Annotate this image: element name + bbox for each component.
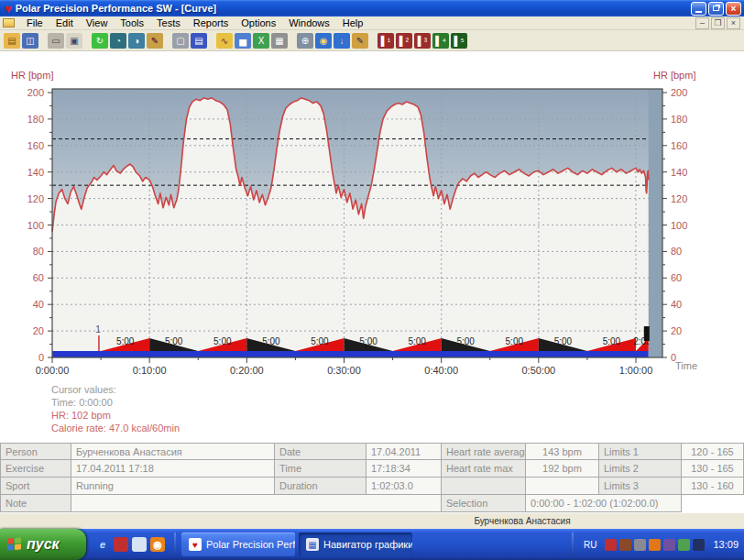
system-tray: RU 13:09 <box>570 529 744 560</box>
x-axis-label: 0:40:00 <box>424 365 458 376</box>
monitor-icon[interactable]: ▢ <box>172 33 189 49</box>
report-1-icon[interactable]: ▌¹ <box>377 33 394 49</box>
y-axis-label-left: 60 <box>33 272 44 283</box>
watch-transfer-icon[interactable]: ◑ <box>128 33 145 49</box>
edit-pen-icon[interactable]: ✎ <box>147 33 163 49</box>
selection-stats-icon[interactable]: ↓ <box>334 33 350 49</box>
phase-duration-label: 5:00 <box>165 336 183 346</box>
toolbar-separator <box>370 33 376 49</box>
mdi-close-button[interactable]: × <box>727 17 740 29</box>
y-axis-label-left: 140 <box>27 167 44 178</box>
cursor-values-title: Cursor values: <box>51 383 180 396</box>
x-axis-label: 0:00:00 <box>36 365 70 376</box>
y-axis-title-left: HR [bpm] <box>11 70 53 81</box>
y-axis-label-right: 140 <box>671 167 687 178</box>
menu-tools[interactable]: Tools <box>114 16 150 29</box>
internet-explorer-icon[interactable]: e <box>95 537 110 552</box>
tray-volume-icon[interactable] <box>678 539 690 551</box>
menu-edit[interactable]: Edit <box>49 16 80 29</box>
table-value <box>526 478 599 495</box>
print-icon[interactable]: ▭ <box>48 33 64 49</box>
diary-book-icon[interactable]: ▤ <box>191 33 207 49</box>
tray-messenger-icon[interactable] <box>605 539 617 551</box>
report-2-icon[interactable]: ▌² <box>396 33 412 49</box>
windows-flag-icon <box>7 537 22 551</box>
save-icon[interactable]: ◫ <box>22 33 38 49</box>
menu-reports[interactable]: Reports <box>187 16 235 29</box>
mdi-minimize-button[interactable]: – <box>695 17 709 29</box>
status-bar: Бурченкова Анастасия <box>0 512 744 529</box>
language-indicator[interactable]: RU <box>578 540 602 550</box>
media-player-icon[interactable]: ◉ <box>150 537 165 552</box>
tray-network-icon[interactable] <box>634 539 646 551</box>
table-value: Бурченкова Анастасия <box>71 443 275 460</box>
lap-marker-number: 1 <box>95 324 101 335</box>
y-axis-label-right: 160 <box>671 140 687 151</box>
table-value: 0:00:00 - 1:02:00 (1:02:00.0) <box>526 495 682 512</box>
selection-info-icon[interactable]: ◉ <box>315 33 332 49</box>
menu-view[interactable]: View <box>80 16 115 29</box>
table-value: 1:02:03.0 <box>367 478 442 495</box>
task-polar[interactable]: ♥Polar Precision Perfor... <box>181 533 295 556</box>
start-button[interactable]: пуск <box>0 529 86 560</box>
toolbar-separator <box>290 33 295 49</box>
tray-agent-icon[interactable] <box>619 539 631 551</box>
sync-hrm-icon[interactable]: ↻ <box>92 33 108 49</box>
document-icon[interactable] <box>3 18 15 27</box>
table-value <box>682 495 744 512</box>
table-value: 130 - 165 <box>682 460 744 478</box>
phase-duration-label: 5:00 <box>554 336 573 346</box>
x-axis-label: 0:20:00 <box>230 365 264 376</box>
hr-curve-chart[interactable]: 5:005:005:005:005:005:005:005:005:005:00… <box>0 51 744 432</box>
taskbar-divider <box>174 533 176 556</box>
tray-antivirus-icon[interactable] <box>649 539 661 551</box>
y-axis-title-right: HR [bpm] <box>653 70 695 81</box>
y-axis-label-left: 80 <box>33 246 44 257</box>
task-navigator[interactable]: ▦Навигатор графики... <box>299 533 412 556</box>
open-icon[interactable]: ▤ <box>4 33 20 49</box>
menu-tests[interactable]: Tests <box>150 16 187 29</box>
menu-file[interactable]: File <box>20 16 49 29</box>
explorer-window-icon[interactable] <box>132 537 147 552</box>
menu-help[interactable]: Help <box>336 16 370 29</box>
download-app-icon[interactable] <box>114 537 128 552</box>
start-button-label: пуск <box>27 536 60 553</box>
toolbar-separator <box>209 33 214 49</box>
excel-export-icon[interactable]: X <box>253 33 269 49</box>
curve-view-icon[interactable]: ∿ <box>216 33 233 49</box>
table-value: 17.04.2011 <box>367 443 442 460</box>
polar-heart-icon: ♥ <box>5 3 12 15</box>
quick-launch-bar: e◉ <box>86 537 172 552</box>
report-5-icon[interactable]: ▌⁵ <box>451 33 467 49</box>
report-3-icon[interactable]: ▌³ <box>414 33 431 49</box>
zoom-icon[interactable]: ⊕ <box>297 33 313 49</box>
mdi-restore-button[interactable]: ❐ <box>711 17 725 29</box>
tray-usb-icon[interactable] <box>693 539 705 551</box>
task-polar-label: Polar Precision Perfor... <box>206 539 295 550</box>
table-value: 192 bpm <box>526 460 599 478</box>
report-4-icon[interactable]: ▌⁴ <box>432 33 449 49</box>
table-label: Limits 3 <box>599 478 682 495</box>
close-button[interactable]: × <box>726 2 741 16</box>
table-label: Note <box>0 495 71 512</box>
menu-options[interactable]: Options <box>235 16 282 29</box>
copy-icon[interactable]: ▣ <box>66 33 82 49</box>
x-axis-label: 1:00:00 <box>619 365 653 376</box>
toolbar-separator <box>40 33 46 49</box>
curve-chart-area[interactable]: 5:005:005:005:005:005:005:005:005:005:00… <box>0 51 744 443</box>
tray-update-icon[interactable] <box>663 539 675 551</box>
watch-icon[interactable]: ◔ <box>110 33 126 49</box>
y-axis-label-right: 200 <box>671 87 687 98</box>
chart-settings-icon[interactable]: ✎ <box>352 33 368 49</box>
window-title: Polar Precision Performance SW - [Curve] <box>16 3 216 14</box>
table-label: Person <box>0 443 71 460</box>
minimize-button[interactable] <box>691 2 706 16</box>
taskbar-clock[interactable]: 13:09 <box>707 539 739 550</box>
y-axis-label-left: 160 <box>27 140 44 151</box>
bar-graph-icon[interactable]: ▅ <box>235 33 251 49</box>
tray-divider <box>572 533 574 556</box>
menu-windows[interactable]: Windows <box>282 16 336 29</box>
restore-button[interactable] <box>708 2 724 16</box>
y-axis-label-right: 180 <box>671 114 687 125</box>
diary-grid-icon[interactable]: ▦ <box>271 33 288 49</box>
